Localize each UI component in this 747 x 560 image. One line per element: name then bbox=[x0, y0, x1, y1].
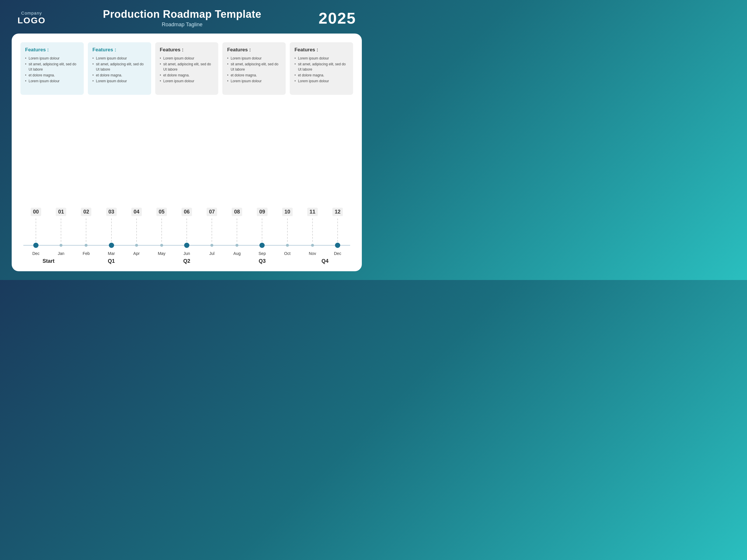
dashed-line-12 bbox=[337, 218, 338, 242]
month-num-cell-11: 11 bbox=[300, 208, 325, 216]
feature-item: Lorem ipsum dolour bbox=[227, 56, 281, 61]
feature-list-4: Lorem ipsum dolour sit amet, adipiscing … bbox=[227, 56, 281, 84]
header: Company LOGO Production Roadmap Template… bbox=[0, 0, 374, 33]
feature-title-3: Features : bbox=[160, 47, 214, 53]
month-num-cell-02: 02 bbox=[74, 208, 99, 216]
logo-area: Company LOGO bbox=[18, 10, 46, 25]
timeline-dot-12 bbox=[335, 243, 340, 248]
main-title: Production Roadmap Template bbox=[46, 8, 319, 20]
feature-item: et dolore magna. bbox=[160, 73, 214, 78]
month-num-cell-00: 00 bbox=[23, 208, 48, 216]
timeline-section: 00 01 02 03 04 05 06 07 08 09 10 11 12 bbox=[20, 95, 353, 264]
quarter-q3: Q3 bbox=[224, 258, 300, 264]
month-names-row: Dec Jan Feb Mar Apr May Jun Jul Aug Sep … bbox=[20, 251, 353, 256]
feature-card-5: Features : Lorem ipsum dolour sit amet, … bbox=[290, 42, 353, 95]
feature-item: Lorem ipsum dolour bbox=[25, 56, 79, 61]
month-num-cell-03: 03 bbox=[99, 208, 124, 216]
timeline-dot-2 bbox=[85, 244, 87, 247]
feature-item: Lorem ipsum dolour bbox=[93, 78, 147, 84]
timeline-dot-4 bbox=[135, 244, 138, 247]
feature-item: et dolore magna. bbox=[25, 73, 79, 78]
month-num-cell-10: 10 bbox=[275, 208, 300, 216]
feature-item: sit amet, adipiscing elit, sed do Ut lab… bbox=[93, 61, 147, 72]
feature-list-5: Lorem ipsum dolour sit amet, adipiscing … bbox=[294, 56, 349, 84]
feature-item: sit amet, adipiscing elit, sed do Ut lab… bbox=[227, 61, 281, 72]
logo-text: LOGO bbox=[18, 16, 46, 25]
timeline-dot-0 bbox=[33, 243, 38, 248]
month-num-cell-07: 07 bbox=[199, 208, 224, 216]
month-numbers-row: 00 01 02 03 04 05 06 07 08 09 10 11 12 bbox=[20, 208, 353, 216]
month-num-cell-01: 01 bbox=[48, 208, 74, 216]
timeline-dot-3 bbox=[109, 243, 114, 248]
year-display: 2025 bbox=[319, 9, 356, 27]
feature-item: Lorem ipsum dolour bbox=[160, 56, 214, 61]
month-name-oct: Oct bbox=[275, 251, 300, 256]
month-num-cell-06: 06 bbox=[174, 208, 199, 216]
timeline-dot-11 bbox=[311, 244, 314, 247]
month-name-may: May bbox=[149, 251, 174, 256]
dashed-line-11 bbox=[312, 218, 313, 242]
feature-title-1: Features : bbox=[25, 47, 79, 53]
feature-item: et dolore magna. bbox=[227, 73, 281, 78]
feature-card-3: Features : Lorem ipsum dolour sit amet, … bbox=[155, 42, 218, 95]
month-name-jun: Jun bbox=[174, 251, 199, 256]
dashed-line-8 bbox=[237, 218, 237, 242]
feature-title-4: Features : bbox=[227, 47, 281, 53]
month-name-aug: Aug bbox=[224, 251, 250, 256]
feature-list-3: Lorem ipsum dolour sit amet, adipiscing … bbox=[160, 56, 214, 84]
dashed-line-5 bbox=[161, 218, 162, 242]
quarter-q2: Q2 bbox=[149, 258, 224, 264]
feature-item: Lorem ipsum dolour bbox=[93, 56, 147, 61]
feature-item: Lorem ipsum dolour bbox=[160, 78, 214, 84]
dashed-line-4 bbox=[136, 218, 137, 242]
month-name-jan: Jan bbox=[48, 251, 74, 256]
company-label: Company bbox=[21, 10, 42, 16]
dashed-line-2 bbox=[86, 218, 86, 242]
title-area: Production Roadmap Template Roadmap Tagl… bbox=[46, 8, 319, 28]
month-name-dec2: Dec bbox=[325, 251, 350, 256]
timeline-dot-6 bbox=[184, 243, 189, 248]
dashed-line-7 bbox=[211, 218, 212, 242]
month-num-cell-12: 12 bbox=[325, 208, 350, 216]
tagline: Roadmap Tagline bbox=[46, 22, 319, 28]
dashed-line-10 bbox=[287, 218, 288, 242]
feature-item: Lorem ipsum dolour bbox=[294, 56, 349, 61]
month-name-feb: Feb bbox=[74, 251, 99, 256]
quarter-row: Start Q1 Q2 Q3 Q4 bbox=[20, 256, 353, 264]
feature-card-2: Features : Lorem ipsum dolour sit amet, … bbox=[88, 42, 151, 95]
feature-item: et dolore magna. bbox=[294, 73, 349, 78]
feature-item: sit amet, adipiscing elit, sed do Ut lab… bbox=[160, 61, 214, 72]
feature-item: Lorem ipsum dolour bbox=[227, 78, 281, 84]
dashed-line-3 bbox=[111, 218, 112, 242]
dashed-line-6 bbox=[186, 218, 187, 242]
main-card: Features : Lorem ipsum dolour sit amet, … bbox=[12, 33, 362, 271]
feature-title-5: Features : bbox=[294, 47, 349, 53]
feature-item: Lorem ipsum dolour bbox=[25, 78, 79, 84]
dashed-line-0 bbox=[35, 218, 36, 242]
month-name-mar: Mar bbox=[99, 251, 124, 256]
month-name-nov: Nov bbox=[300, 251, 325, 256]
quarter-q4: Q4 bbox=[300, 258, 350, 264]
month-name-jul: Jul bbox=[199, 251, 224, 256]
feature-card-4: Features : Lorem ipsum dolour sit amet, … bbox=[222, 42, 286, 95]
quarter-start: Start bbox=[23, 258, 74, 264]
month-num-cell-05: 05 bbox=[149, 208, 174, 216]
month-num-cell-04: 04 bbox=[124, 208, 149, 216]
timeline-dot-1 bbox=[59, 244, 62, 247]
feature-card-1: Features : Lorem ipsum dolour sit amet, … bbox=[20, 42, 84, 95]
dashed-line-1 bbox=[61, 218, 61, 242]
month-num-cell-09: 09 bbox=[250, 208, 275, 216]
dashed-line-9 bbox=[262, 218, 262, 242]
timeline-dot-10 bbox=[286, 244, 289, 247]
feature-item: sit amet, adipiscing elit, sed do Ut lab… bbox=[25, 61, 79, 72]
timeline-bar-row bbox=[20, 242, 353, 249]
timeline-dot-8 bbox=[235, 244, 238, 247]
page-wrapper: Company LOGO Production Roadmap Template… bbox=[0, 0, 374, 280]
quarter-q1: Q1 bbox=[74, 258, 149, 264]
timeline-dot-9 bbox=[259, 243, 265, 248]
feature-title-2: Features : bbox=[93, 47, 147, 53]
feature-item: sit amet, adipiscing elit, sed do Ut lab… bbox=[294, 61, 349, 72]
month-name-sep: Sep bbox=[250, 251, 275, 256]
feature-list-2: Lorem ipsum dolour sit amet, adipiscing … bbox=[93, 56, 147, 84]
month-name-dec1: Dec bbox=[23, 251, 48, 256]
